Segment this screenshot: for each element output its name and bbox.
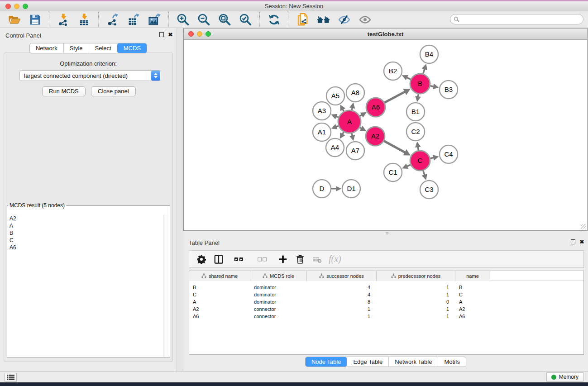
minimize-window-button[interactable] [14, 4, 19, 9]
search-field[interactable] [450, 14, 583, 24]
toolbar-separator [168, 12, 169, 27]
clone-network-icon[interactable] [295, 12, 310, 27]
table-panel-title: Table Panel [189, 239, 220, 246]
cell-successor-nodes: 8 [307, 298, 377, 305]
tab-network-table[interactable]: Network Table [388, 357, 438, 367]
tab-node-table[interactable]: Node Table [306, 357, 347, 367]
save-session-icon[interactable] [27, 12, 43, 27]
network-maximize-button[interactable] [206, 31, 211, 37]
table-settings-icon[interactable] [195, 253, 208, 266]
horizontal-splitter[interactable] [183, 231, 588, 235]
mcds-tab-content: Optimization criterion: largest connecte… [4, 52, 173, 362]
node-label-A6: A6 [372, 103, 380, 111]
export-network-icon[interactable] [105, 12, 120, 27]
refresh-icon[interactable] [266, 12, 282, 27]
table-row[interactable]: A2connector11A2 [189, 305, 583, 313]
splitter-handle[interactable] [386, 232, 388, 234]
show-graphics-details-icon[interactable] [357, 12, 373, 27]
column-header-label: successor nodes [326, 273, 364, 279]
column-header-name[interactable]: name [455, 271, 490, 281]
export-table-icon[interactable] [126, 12, 141, 27]
float-table-panel-icon[interactable] [571, 239, 575, 244]
delete-column-icon[interactable] [293, 253, 307, 266]
app-titlebar: Session: New Session [0, 1, 588, 11]
network-window-titlebar[interactable]: testGlobe.txt [184, 29, 587, 40]
float-panel-icon[interactable] [159, 32, 164, 37]
network-canvas[interactable]: B4B2BB3A5A8A6B1A3AA1C2A2A4A7C4CC1C3DD1 [184, 40, 587, 230]
window-resize-grip[interactable] [581, 224, 586, 229]
search-input[interactable] [459, 16, 583, 23]
cell-successor-nodes: 4 [307, 291, 377, 298]
cell-shared-name: B [189, 284, 250, 291]
delete-table-icon[interactable] [311, 253, 324, 266]
hide-graphics-details-icon[interactable] [336, 12, 352, 27]
mcds-result-item[interactable]: A [7, 222, 163, 229]
cell-MCDS-role: dominator [250, 284, 307, 291]
node-label-B: B [418, 80, 422, 87]
zoom-selected-icon[interactable] [238, 12, 253, 27]
attribute-tree-icon [201, 273, 206, 279]
tab-edge-table[interactable]: Edge Table [347, 357, 388, 367]
log-console-button[interactable] [5, 373, 17, 381]
node-label-A2: A2 [371, 132, 379, 140]
home-view-icon[interactable] [316, 12, 331, 27]
add-column-icon[interactable] [276, 253, 290, 266]
mcds-result-item[interactable]: A2 [7, 215, 163, 222]
close-window-button[interactable] [5, 4, 11, 9]
table-row[interactable]: A6connector11A6 [189, 313, 583, 320]
column-header-MCDS-role[interactable]: MCDS role [250, 271, 307, 281]
zoom-fit-icon[interactable] [217, 12, 232, 27]
toolbar-separator [288, 12, 288, 27]
tab-mcds[interactable]: MCDS [117, 43, 147, 53]
network-close-button[interactable] [188, 31, 194, 37]
zoom-in-icon[interactable] [175, 12, 191, 27]
import-table-icon[interactable] [76, 12, 92, 27]
column-header-successor-nodes[interactable]: successor nodes [307, 271, 377, 281]
deselect-all-columns-icon[interactable] [253, 253, 272, 266]
column-header-shared-name[interactable]: shared name [189, 271, 250, 281]
mcds-result-item[interactable]: B [7, 229, 163, 237]
mcds-result-list[interactable]: A2ABCA6 [7, 215, 163, 357]
tab-network[interactable]: Network [30, 43, 63, 53]
cell-successor-nodes: 4 [307, 284, 377, 291]
column-header-label: shared name [209, 273, 238, 279]
import-network-icon[interactable] [56, 12, 71, 27]
run-mcds-button[interactable]: Run MCDS [42, 86, 86, 96]
tab-style[interactable]: Style [63, 43, 89, 53]
open-session-icon[interactable] [6, 12, 22, 27]
table-row[interactable]: Cdominator41C [189, 291, 583, 298]
column-header-label: name [466, 273, 479, 279]
table-body: Bdominator41BCdominator41CAdominator80AA… [189, 284, 583, 320]
function-builder-icon[interactable]: f(x) [329, 254, 341, 264]
mcds-result-item[interactable]: C [7, 237, 163, 244]
close-panel-icon[interactable]: ✖ [168, 32, 173, 37]
column-header-predecessor-nodes[interactable]: predecessor nodes [377, 271, 455, 281]
memory-button[interactable]: Memory [546, 372, 583, 381]
edge-A6-B[interactable] [384, 91, 405, 103]
network-graph[interactable]: B4B2BB3A5A8A6B1A3AA1C2A2A4A7C4CC1C3DD1 [184, 40, 587, 230]
optimization-criterion-dropdown[interactable]: largest connected component (directed) [19, 70, 161, 81]
mcds-result-legend: MCDS result (5 nodes) [8, 202, 66, 209]
result-scrollbar[interactable] [163, 215, 169, 357]
zoom-out-icon[interactable] [196, 12, 211, 27]
maximize-window-button[interactable] [23, 4, 28, 9]
cell-name: A2 [455, 305, 490, 313]
table-row[interactable]: Bdominator41B [189, 284, 583, 291]
edge-A2-C[interactable] [384, 141, 406, 153]
dropdown-stepper-icon [151, 71, 160, 81]
split-panel-icon[interactable] [212, 253, 225, 266]
table-row[interactable]: Adominator80A [189, 298, 583, 305]
tab-motifs[interactable]: Motifs [438, 357, 466, 367]
network-window-controls [188, 31, 211, 37]
node-label-A: A [347, 118, 352, 125]
select-all-columns-icon[interactable] [229, 253, 249, 266]
panel-splitter[interactable] [177, 28, 183, 371]
cell-MCDS-role: connector [250, 305, 307, 313]
mcds-result-item[interactable]: A6 [7, 244, 163, 251]
close-table-panel-icon[interactable]: ✖ [579, 239, 584, 244]
cell-predecessor-nodes: 1 [377, 313, 455, 320]
export-image-icon[interactable] [147, 12, 162, 27]
tab-select[interactable]: Select [89, 43, 117, 53]
network-minimize-button[interactable] [197, 31, 202, 37]
close-panel-button[interactable]: Close panel [91, 86, 136, 96]
